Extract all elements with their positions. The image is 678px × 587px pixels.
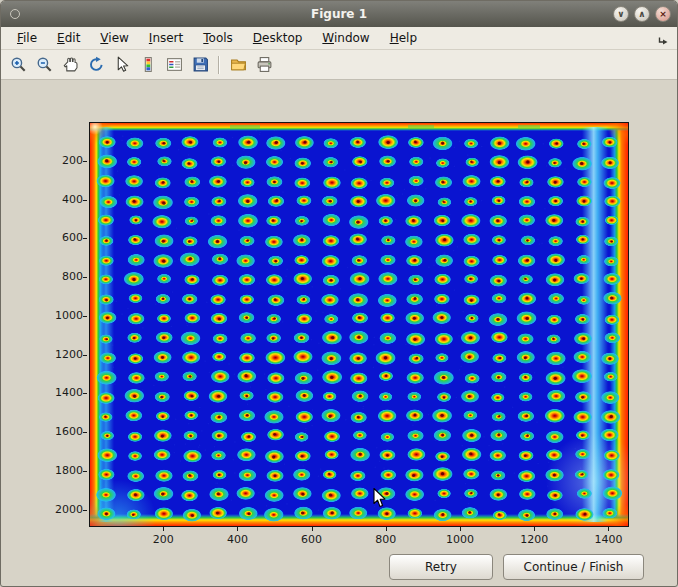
y-tick-mark [83, 200, 87, 201]
pan-icon [62, 56, 79, 73]
menu-file[interactable]: File [7, 29, 47, 47]
toolbar-separator [218, 56, 220, 74]
zoom-out-icon [36, 56, 53, 73]
menu-desktop[interactable]: Desktop [243, 29, 313, 47]
x-tick-label: 200 [140, 533, 186, 546]
x-tick-label: 1400 [585, 533, 631, 546]
x-tick-mark [163, 527, 164, 531]
shade-button[interactable]: ∨ [613, 6, 629, 22]
retry-button[interactable]: Retry [389, 554, 493, 580]
continue-finish-button[interactable]: Continue / Finish [503, 554, 644, 580]
x-tick-label: 1000 [437, 533, 483, 546]
y-tick-label: 800 [37, 270, 83, 283]
rotate-3d-icon [88, 56, 105, 73]
open-file-icon [230, 56, 247, 73]
close-button[interactable]: × [655, 6, 671, 22]
menu-overflow-icon[interactable] [658, 32, 669, 43]
window-title: Figure 1 [311, 7, 367, 21]
menubar-items: FileEditViewInsertToolsDesktopWindowHelp [7, 29, 427, 47]
plot-axes[interactable] [89, 122, 629, 527]
shade-icon: ∨ [617, 10, 624, 19]
menu-view[interactable]: View [90, 29, 138, 47]
y-tick-mark [83, 393, 87, 394]
y-tick-mark [83, 277, 87, 278]
menu-window[interactable]: Window [312, 29, 379, 47]
x-tick-label: 600 [289, 533, 335, 546]
figure-window: Figure 1 ∨∧× FileEditViewInsertToolsDesk… [0, 0, 678, 587]
x-tick-mark [534, 527, 535, 531]
x-tick-mark [386, 527, 387, 531]
y-tick-label: 200 [37, 154, 83, 167]
y-tick-label: 1800 [37, 464, 83, 477]
print-icon [256, 56, 273, 73]
insert-legend-icon [166, 56, 183, 73]
x-tick-mark [608, 527, 609, 531]
insert-legend-button[interactable] [162, 53, 186, 77]
print-button[interactable] [252, 53, 276, 77]
plot-canvas[interactable] [90, 123, 628, 526]
x-tick-mark [460, 527, 461, 531]
x-tick-label: 400 [214, 533, 260, 546]
data-cursor-button[interactable] [110, 53, 134, 77]
zoom-in-icon [10, 56, 27, 73]
insert-colorbar-icon [140, 56, 157, 73]
close-icon: × [659, 10, 667, 19]
y-tick-mark [83, 238, 87, 239]
menu-insert[interactable]: Insert [139, 29, 193, 47]
x-tick-mark [312, 527, 313, 531]
data-cursor-icon [114, 56, 131, 73]
y-tick-label: 1200 [37, 348, 83, 361]
menu-help[interactable]: Help [380, 29, 427, 47]
menu-tools[interactable]: Tools [193, 29, 243, 47]
pan-button[interactable] [58, 53, 82, 77]
y-tick-label: 1400 [37, 386, 83, 399]
x-tick-label: 800 [363, 533, 409, 546]
rotate-3d-button[interactable] [84, 53, 108, 77]
y-tick-label: 1000 [37, 309, 83, 322]
open-file-button[interactable] [226, 53, 250, 77]
x-tick-mark [237, 527, 238, 531]
y-tick-mark [83, 432, 87, 433]
y-tick-mark [83, 316, 87, 317]
menu-edit[interactable]: Edit [47, 29, 90, 47]
insert-colorbar-button[interactable] [136, 53, 160, 77]
y-tick-mark [83, 355, 87, 356]
titlebar[interactable]: Figure 1 ∨∧× [1, 1, 677, 27]
save-icon [192, 56, 209, 73]
toolbar [1, 50, 677, 80]
save-button[interactable] [188, 53, 212, 77]
menubar: FileEditViewInsertToolsDesktopWindowHelp [1, 27, 677, 50]
zoom-out-button[interactable] [32, 53, 56, 77]
y-tick-mark [83, 471, 87, 472]
unshade-icon: ∧ [638, 10, 645, 19]
app-icon [10, 9, 20, 19]
unshade-button[interactable]: ∧ [634, 6, 650, 22]
zoom-in-button[interactable] [6, 53, 30, 77]
y-tick-label: 400 [37, 193, 83, 206]
x-tick-label: 1200 [511, 533, 557, 546]
y-tick-label: 2000 [37, 503, 83, 516]
y-tick-label: 600 [37, 231, 83, 244]
y-tick-label: 1600 [37, 425, 83, 438]
y-tick-mark [83, 510, 87, 511]
y-tick-mark [83, 161, 87, 162]
